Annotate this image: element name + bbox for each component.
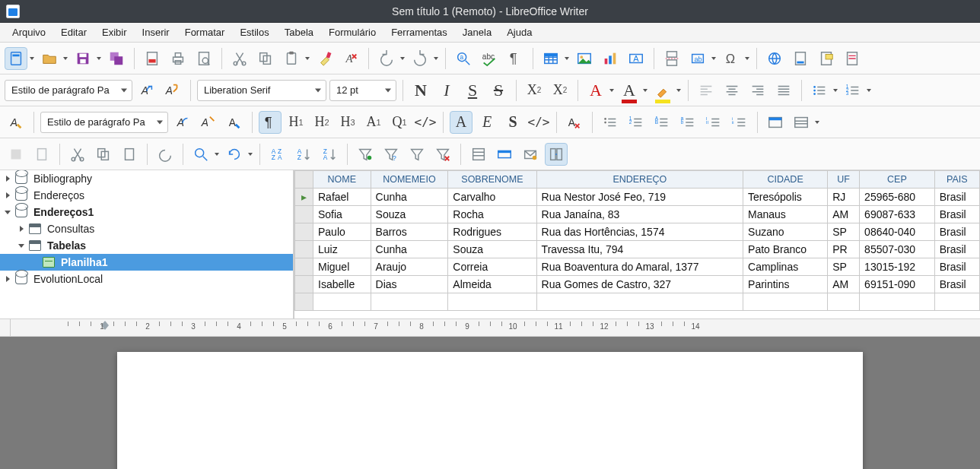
- menu-arquivo[interactable]: Arquivo: [5, 23, 53, 42]
- formatting-marks-icon[interactable]: ¶: [504, 47, 527, 70]
- spellcheck-icon[interactable]: abc: [478, 47, 501, 70]
- list-num-style-icon[interactable]: 12: [625, 111, 648, 134]
- save-as-icon[interactable]: [105, 47, 128, 70]
- align-center-icon[interactable]: [721, 79, 743, 102]
- chevron-icon[interactable]: [3, 176, 12, 182]
- cell[interactable]: Manaus: [743, 206, 828, 223]
- cell[interactable]: Rua Janaína, 83: [536, 206, 743, 223]
- cell[interactable]: Travessa Itu, 794: [536, 241, 743, 258]
- list-alpha-lower-icon[interactable]: ab: [676, 111, 699, 134]
- cell[interactable]: Rodrigues: [448, 223, 536, 241]
- cell[interactable]: Araujo: [371, 258, 448, 276]
- tree-row[interactable]: Bibliography: [0, 170, 293, 187]
- row-header[interactable]: [295, 241, 313, 258]
- cell[interactable]: SP: [828, 258, 860, 276]
- cell[interactable]: Rua Boaventura do Amaral, 1377: [536, 258, 743, 276]
- table-row[interactable]: IsabelleDiasAlmeidaRua Gomes de Castro, …: [295, 276, 980, 293]
- cell[interactable]: PR: [828, 241, 860, 258]
- new-doc-dropdown[interactable]: [29, 57, 35, 60]
- tree-row[interactable]: Endereços: [0, 187, 293, 204]
- copy-icon[interactable]: [254, 47, 277, 70]
- list-alpha-upper-icon[interactable]: AB: [651, 111, 673, 134]
- ds-paste-icon[interactable]: [118, 143, 141, 166]
- cell[interactable]: Almeida: [448, 276, 536, 293]
- insert-hyperlink-icon[interactable]: [763, 47, 786, 70]
- insert-comment-icon[interactable]: [815, 47, 838, 70]
- ds-undo-icon[interactable]: [154, 143, 177, 166]
- row-header[interactable]: [295, 258, 313, 276]
- document-viewport[interactable]: [0, 337, 980, 469]
- char-normal-icon[interactable]: A: [450, 111, 473, 134]
- cell[interactable]: Souza: [371, 206, 448, 223]
- bullet-list-dropdown[interactable]: [832, 89, 838, 92]
- insert-table-icon[interactable]: [539, 47, 562, 70]
- list-bullet-style-icon[interactable]: [599, 111, 622, 134]
- cell[interactable]: Brasil: [934, 241, 979, 258]
- export-pdf-icon[interactable]: [141, 47, 164, 70]
- char-strong-icon[interactable]: S: [501, 111, 524, 134]
- menu-tabela[interactable]: Tabela: [277, 23, 321, 42]
- styles-icon[interactable]: A: [5, 111, 27, 134]
- track-changes-icon[interactable]: [841, 47, 864, 70]
- insert-footnote-icon[interactable]: [789, 47, 812, 70]
- align-left-icon[interactable]: [695, 79, 718, 102]
- strike-icon[interactable]: S: [487, 79, 510, 102]
- chevron-icon[interactable]: [17, 244, 26, 248]
- find-record-icon[interactable]: [189, 143, 212, 166]
- table-style-head-icon[interactable]: [764, 111, 787, 134]
- h2-icon[interactable]: H2: [310, 111, 333, 134]
- pilcrow-icon[interactable]: ¶: [259, 111, 282, 134]
- menu-ajuda[interactable]: Ajuda: [499, 23, 539, 42]
- undo-icon[interactable]: [375, 47, 398, 70]
- find-record-dropdown[interactable]: [214, 153, 220, 156]
- char-em-icon[interactable]: E: [476, 111, 498, 134]
- cell[interactable]: SP: [828, 223, 860, 241]
- cell[interactable]: Brasil: [934, 206, 979, 223]
- sort-icon[interactable]: AZZA: [266, 143, 289, 166]
- new-doc-icon[interactable]: [5, 47, 27, 70]
- apply-filter-icon[interactable]: [406, 143, 428, 166]
- update-style-icon[interactable]: A: [135, 79, 158, 102]
- cell[interactable]: 85507-030: [860, 241, 935, 258]
- cell[interactable]: RJ: [828, 189, 860, 206]
- save-icon[interactable]: [72, 47, 94, 70]
- cell[interactable]: AM: [828, 276, 860, 293]
- autofilter-icon[interactable]: [354, 143, 377, 166]
- save-dropdown[interactable]: [96, 57, 102, 60]
- redo-icon[interactable]: [409, 47, 431, 70]
- menu-exibir[interactable]: Exibir: [94, 23, 135, 42]
- paragraph-style-combo[interactable]: Estilo de parágrafo Pa: [5, 80, 132, 101]
- cell[interactable]: Rua Nestor José Feo, 719: [536, 189, 743, 206]
- char-highlight-icon[interactable]: A: [618, 79, 641, 102]
- table-style-dropdown[interactable]: [814, 121, 820, 124]
- print-preview-icon[interactable]: [192, 47, 215, 70]
- table-row[interactable]: MiguelAraujoCorreiaRua Boaventura do Ama…: [295, 258, 980, 276]
- data-to-fields-icon[interactable]: [493, 143, 516, 166]
- menu-estilos[interactable]: Estilos: [232, 23, 276, 42]
- cell[interactable]: AM: [828, 206, 860, 223]
- insert-textbox-icon[interactable]: A: [625, 47, 648, 70]
- new-style-icon[interactable]: A: [161, 79, 184, 102]
- font-color-icon[interactable]: A: [584, 79, 607, 102]
- edit-record-icon[interactable]: [30, 143, 53, 166]
- chevron-icon[interactable]: [17, 226, 26, 232]
- cell[interactable]: Dias: [371, 276, 448, 293]
- data-to-text-icon[interactable]: [467, 143, 490, 166]
- tree-row[interactable]: Endereços1: [0, 204, 293, 220]
- menu-formatar[interactable]: Formatar: [177, 23, 233, 42]
- chevron-icon[interactable]: [3, 276, 12, 282]
- row-header[interactable]: [295, 206, 313, 223]
- column-header[interactable]: UF: [828, 171, 860, 189]
- menu-inserir[interactable]: Inserir: [135, 23, 177, 42]
- h3-icon[interactable]: H3: [336, 111, 359, 134]
- clone-format-icon[interactable]: [313, 47, 336, 70]
- column-header[interactable]: ENDEREÇO: [536, 171, 743, 189]
- align-right-icon[interactable]: [746, 79, 769, 102]
- cell[interactable]: Barros: [371, 223, 448, 241]
- update-style-icon-2[interactable]: A: [171, 111, 194, 134]
- refresh-dropdown[interactable]: [247, 153, 253, 156]
- cell[interactable]: Miguel: [313, 258, 371, 276]
- paste-dropdown[interactable]: [304, 57, 310, 60]
- insert-special-dropdown[interactable]: [744, 57, 750, 60]
- cell[interactable]: Souza: [448, 241, 536, 258]
